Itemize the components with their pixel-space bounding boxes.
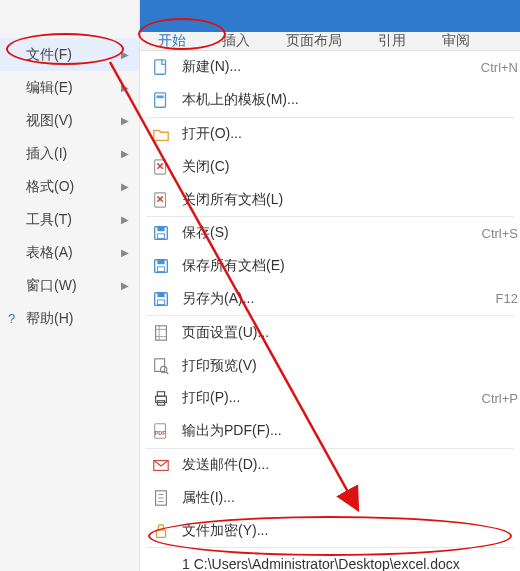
- ribbon-tab-1[interactable]: 插入: [204, 32, 268, 50]
- svg-rect-6: [157, 227, 164, 232]
- submenu-item-saveas[interactable]: 另存为(A)...F12: [140, 283, 520, 316]
- submenu-item-label: 保存(S): [182, 224, 482, 242]
- submenu-arrow-icon: ▶: [121, 181, 129, 192]
- submenu-arrow-icon: ▶: [121, 247, 129, 258]
- submenu-item-saveall[interactable]: 保存所有文档(E): [140, 250, 520, 283]
- submenu-item-new[interactable]: 新建(N)...Ctrl+N: [140, 51, 520, 84]
- ribbon-tab-2[interactable]: 页面布局: [268, 32, 360, 50]
- menu-item-4[interactable]: 格式(O)▶: [0, 170, 139, 203]
- submenu-item-label: 文件加密(Y)...: [182, 522, 520, 540]
- pdf-icon: PDF: [150, 420, 172, 442]
- menu-item-label: 工具(T): [26, 211, 72, 229]
- menu-item-label: 帮助(H): [26, 310, 73, 328]
- save-icon: [150, 222, 172, 244]
- submenu-item-label: 输出为PDF(F)...: [182, 422, 520, 440]
- encrypt-icon: [150, 520, 172, 542]
- menu-item-8[interactable]: ?帮助(H): [0, 302, 139, 335]
- svg-text:PDF: PDF: [155, 430, 166, 436]
- submenu-item-open[interactable]: 打开(O)...: [140, 118, 520, 151]
- saveall-icon: [150, 255, 172, 277]
- preview-icon: [150, 355, 172, 377]
- ribbon-tab-4[interactable]: 审阅: [424, 32, 488, 50]
- submenu-item-props[interactable]: 属性(I)...: [140, 481, 520, 514]
- svg-rect-12: [157, 293, 164, 298]
- submenu-item-encrypt[interactable]: 文件加密(Y)...: [140, 514, 520, 547]
- template-icon: [150, 89, 172, 111]
- submenu-arrow-icon: ▶: [121, 214, 129, 225]
- menu-item-label: 表格(A): [26, 244, 73, 262]
- menu-item-label: 文件(F): [26, 46, 72, 64]
- submenu-item-shortcut: F12: [496, 291, 520, 306]
- submenu-item-close[interactable]: 关闭(C): [140, 150, 520, 183]
- submenu-item-mail[interactable]: 发送邮件(D)...: [140, 449, 520, 482]
- menu-item-label: 插入(I): [26, 145, 67, 163]
- menu-item-5[interactable]: 工具(T)▶: [0, 203, 139, 236]
- submenu-item-label: 本机上的模板(M)...: [182, 91, 520, 109]
- submenu-arrow-icon: ▶: [121, 82, 129, 93]
- svg-rect-10: [157, 267, 164, 272]
- svg-rect-0: [155, 60, 166, 74]
- closeall-icon: [150, 189, 172, 211]
- submenu-item-label: 另存为(A)...: [182, 290, 496, 308]
- submenu-item-label: 保存所有文档(E): [182, 257, 520, 275]
- submenu-item-label: 关闭(C): [182, 158, 520, 176]
- svg-rect-7: [157, 234, 164, 239]
- submenu-arrow-icon: ▶: [121, 148, 129, 159]
- svg-rect-19: [157, 392, 164, 397]
- main-menu-sidebar: 文件(F)▶编辑(E)▶视图(V)▶插入(I)▶格式(O)▶工具(T)▶表格(A…: [0, 0, 140, 571]
- menu-item-0[interactable]: 文件(F)▶: [0, 38, 139, 71]
- submenu-item-label: 发送邮件(D)...: [182, 456, 520, 474]
- submenu-item-closeall[interactable]: 关闭所有文档(L): [140, 183, 520, 216]
- menu-item-label: 格式(O): [26, 178, 74, 196]
- submenu-item-shortcut: Ctrl+S: [482, 226, 520, 241]
- svg-rect-15: [155, 358, 165, 371]
- svg-rect-1: [155, 93, 166, 107]
- new-icon: [150, 56, 172, 78]
- submenu-item-pagesetup[interactable]: 页面设置(U)...: [140, 316, 520, 349]
- submenu-arrow-icon: ▶: [121, 115, 129, 126]
- svg-line-17: [166, 371, 168, 373]
- submenu-item-label: 属性(I)...: [182, 489, 520, 507]
- submenu-item-print[interactable]: 打印(P)...Ctrl+P: [140, 382, 520, 415]
- menu-item-2[interactable]: 视图(V)▶: [0, 104, 139, 137]
- submenu-arrow-icon: ▶: [121, 49, 129, 60]
- submenu-item-shortcut: Ctrl+N: [481, 60, 520, 75]
- svg-rect-9: [157, 260, 164, 265]
- menu-item-1[interactable]: 编辑(E)▶: [0, 71, 139, 104]
- props-icon: [150, 487, 172, 509]
- pagesetup-icon: [150, 322, 172, 344]
- submenu-item-label: 打印预览(V): [182, 357, 520, 375]
- submenu-item-label: 页面设置(U)...: [182, 324, 520, 342]
- file-submenu: 新建(N)...Ctrl+N本机上的模板(M)...打开(O)...关闭(C)关…: [140, 51, 520, 571]
- menu-item-3[interactable]: 插入(I)▶: [0, 137, 139, 170]
- submenu-item-label: 1 C:\Users\Administrator\Desktop\excel.d…: [182, 556, 520, 571]
- open-icon: [150, 123, 172, 145]
- print-icon: [150, 387, 172, 409]
- saveas-icon: [150, 288, 172, 310]
- help-icon: ?: [8, 311, 15, 326]
- submenu-item-save[interactable]: 保存(S)Ctrl+S: [140, 217, 520, 250]
- submenu-item-pdf[interactable]: PDF输出为PDF(F)...: [140, 415, 520, 448]
- svg-rect-2: [157, 96, 164, 99]
- submenu-item-label: 打印(P)...: [182, 389, 482, 407]
- ribbon-tabs: 开始插入页面布局引用审阅: [140, 32, 520, 51]
- menu-item-label: 编辑(E): [26, 79, 73, 97]
- ribbon-tab-3[interactable]: 引用: [360, 32, 424, 50]
- menu-item-label: 视图(V): [26, 112, 73, 130]
- ribbon-tab-0[interactable]: 开始: [140, 32, 204, 50]
- submenu-item-preview[interactable]: 打印预览(V): [140, 349, 520, 382]
- submenu-item-label: 关闭所有文档(L): [182, 191, 520, 209]
- submenu-item-shortcut: Ctrl+P: [482, 391, 520, 406]
- svg-rect-13: [157, 300, 164, 305]
- submenu-item-template[interactable]: 本机上的模板(M)...: [140, 84, 520, 117]
- menu-item-label: 窗口(W): [26, 277, 77, 295]
- close-icon: [150, 156, 172, 178]
- menu-item-6[interactable]: 表格(A)▶: [0, 236, 139, 269]
- recent-icon: [150, 553, 172, 571]
- svg-rect-14: [156, 326, 167, 340]
- menu-item-7[interactable]: 窗口(W)▶: [0, 269, 139, 302]
- submenu-item-recent[interactable]: 1 C:\Users\Administrator\Desktop\excel.d…: [140, 548, 520, 571]
- svg-rect-28: [157, 530, 166, 537]
- submenu-item-label: 新建(N)...: [182, 58, 481, 76]
- submenu-arrow-icon: ▶: [121, 280, 129, 291]
